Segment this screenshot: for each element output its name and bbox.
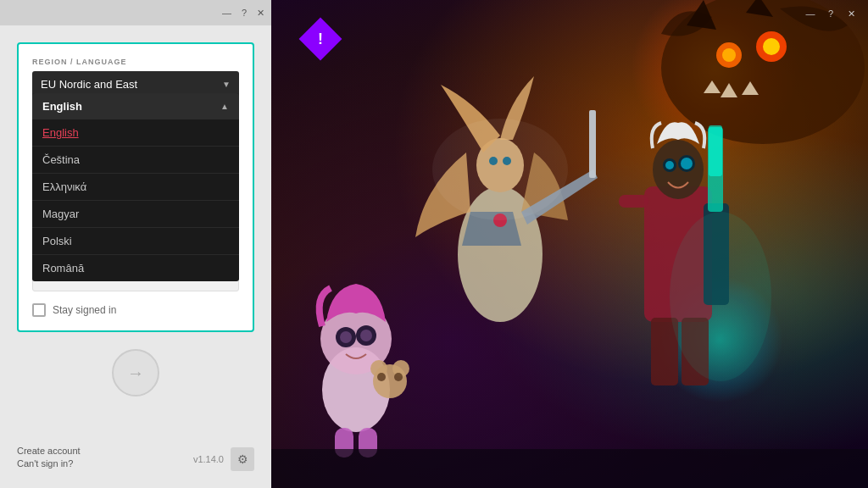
title-bar: — ? ✕ bbox=[0, 0, 271, 25]
game-art-svg bbox=[271, 0, 868, 488]
stay-signed-label: Stay signed in bbox=[53, 304, 116, 316]
lang-item-ellinika[interactable]: Ελληνικά bbox=[32, 174, 239, 201]
window-help-button[interactable]: ? bbox=[824, 7, 837, 20]
gear-icon: ⚙ bbox=[237, 452, 248, 466]
submit-area: → bbox=[17, 349, 254, 396]
svg-point-40 bbox=[432, 119, 568, 220]
bottom-links: Create account Can't sign in? v1.14.0 ⚙ bbox=[17, 446, 254, 471]
svg-rect-19 bbox=[619, 195, 648, 208]
lang-header-text: English bbox=[42, 100, 82, 113]
lang-item-cestina[interactable]: Čeština bbox=[32, 147, 239, 174]
svg-point-30 bbox=[340, 331, 352, 343]
svg-point-12 bbox=[665, 161, 674, 169]
bottom-left-links: Create account Can't sign in? bbox=[17, 446, 81, 471]
close-button[interactable]: ✕ bbox=[257, 8, 264, 18]
version-text: v1.14.0 bbox=[193, 454, 224, 464]
chibi-character bbox=[320, 284, 409, 458]
cant-sign-in-link[interactable]: Can't sign in? bbox=[17, 458, 81, 469]
svg-rect-16 bbox=[709, 125, 722, 176]
lang-item-magyar[interactable]: Magyar bbox=[32, 201, 239, 228]
help-button[interactable]: ? bbox=[242, 8, 247, 18]
window-minimize-button[interactable]: — bbox=[804, 7, 817, 20]
svg-point-35 bbox=[377, 373, 386, 381]
arrow-icon: → bbox=[127, 363, 144, 383]
svg-point-13 bbox=[681, 158, 693, 169]
settings-button[interactable]: ⚙ bbox=[231, 447, 254, 471]
lang-item-romana[interactable]: Română bbox=[32, 255, 239, 281]
stay-signed-row: Stay signed in bbox=[32, 303, 239, 317]
dropdown-up-arrow-icon: ▲ bbox=[220, 102, 229, 111]
svg-rect-41 bbox=[271, 449, 868, 488]
window-controls: — ? ✕ bbox=[793, 0, 868, 27]
svg-point-9 bbox=[653, 140, 704, 199]
dropdown-arrow-icon: ▼ bbox=[222, 80, 231, 89]
warning-icon: ! bbox=[318, 31, 323, 47]
lang-dropdown-header[interactable]: English ▲ bbox=[32, 93, 239, 119]
svg-point-36 bbox=[394, 373, 403, 381]
lang-item-english[interactable]: English bbox=[32, 119, 239, 147]
region-label: REGION / LANGUAGE bbox=[32, 58, 239, 66]
minimize-button[interactable]: — bbox=[222, 8, 231, 18]
left-panel: — ? ✕ REGION / LANGUAGE EU Nordic and Ea… bbox=[0, 0, 271, 488]
submit-button[interactable]: → bbox=[112, 349, 159, 396]
svg-rect-25 bbox=[589, 110, 596, 178]
svg-point-31 bbox=[360, 330, 372, 341]
stay-signed-checkbox[interactable] bbox=[32, 303, 46, 317]
language-dropdown: English ▲ English Čeština Ελληνικά Magya… bbox=[32, 93, 239, 281]
form-area: REGION / LANGUAGE EU Nordic and East ▼ E… bbox=[17, 42, 254, 332]
svg-point-39 bbox=[670, 212, 771, 381]
svg-point-4 bbox=[763, 38, 780, 55]
lang-item-polski[interactable]: Polski bbox=[32, 228, 239, 255]
svg-point-3 bbox=[722, 48, 736, 62]
region-value: EU Nordic and East bbox=[41, 78, 137, 91]
right-panel: — ? ✕ ! bbox=[271, 0, 868, 488]
window-close-button[interactable]: ✕ bbox=[844, 7, 858, 20]
create-account-link[interactable]: Create account bbox=[17, 446, 81, 456]
